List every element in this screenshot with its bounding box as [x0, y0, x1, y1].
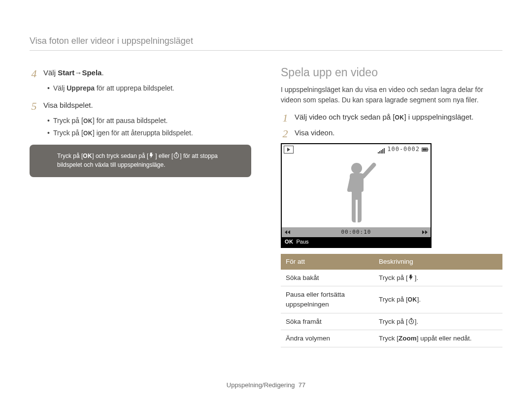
text: Välj video och tryck sedan på [: [295, 113, 395, 121]
table-cell: Söka bakåt: [281, 270, 374, 286]
ok-icon: OK: [395, 114, 404, 122]
ok-icon: OK: [83, 129, 93, 138]
table-row: Pausa eller fortsätta uppspelningenTryck…: [281, 286, 502, 313]
text: Tryck på [: [57, 153, 83, 159]
page-header: Visa foton eller videor i uppspelningslä…: [30, 34, 502, 51]
text: Tryck på [: [53, 117, 83, 124]
video-preview: 100-0002 00:00:10: [281, 143, 432, 248]
text: för att upprepa bildspelet.: [95, 84, 174, 92]
controls-table: För att Beskrivning Söka bakåtTryck på […: [281, 254, 502, 347]
text: ] eller [: [155, 153, 173, 159]
bold-text: Upprepa: [66, 84, 95, 92]
table-row: Söka bakåtTryck på [].: [281, 270, 502, 286]
play-mode-icon: [284, 146, 294, 154]
page-footer: Uppspelning/Redigering 77: [0, 381, 532, 390]
signal-icon: [378, 145, 385, 154]
table-cell: Tryck på [].: [374, 270, 502, 286]
video-canvas: [282, 154, 431, 227]
table-header: För att: [281, 254, 374, 270]
table-row: Ändra volymenTryck [Zoom] uppåt eller ne…: [281, 330, 502, 347]
step-number: 5: [30, 100, 38, 112]
table-cell: Söka framåt: [281, 313, 374, 330]
counter-label: 100-0002: [387, 145, 420, 154]
step-5: 5 Visa bildspelet.: [30, 100, 251, 112]
text: Välj: [53, 84, 66, 92]
footer-label: Uppspelning/Redigering: [227, 381, 295, 389]
ok-icon: OK: [83, 117, 93, 125]
text: Välj: [43, 68, 58, 77]
table-header: Beskrivning: [374, 254, 502, 270]
list-item: Välj Upprepa för att upprepa bildspelet.: [47, 83, 251, 93]
svg-rect-2: [423, 148, 427, 151]
video-status-bar: 100-0002: [282, 144, 431, 154]
timecode: 00:00:10: [341, 228, 371, 236]
step-number: 2: [281, 127, 290, 139]
page-number: 77: [299, 381, 305, 389]
list-item: Tryck på [OK] för att pausa bildspelet.: [47, 116, 251, 125]
table-row: Söka framåtTryck på [].: [281, 313, 502, 330]
battery-icon: [422, 146, 429, 153]
flash-icon: [408, 274, 415, 281]
ok-icon: OK: [83, 152, 92, 160]
text: ] för att pausa bildspelet.: [93, 117, 168, 124]
left-column: 4 Välj Start → Spela. Välj Upprepa för a…: [30, 64, 251, 347]
forward-icon: [422, 230, 428, 234]
timer-icon: [408, 318, 415, 325]
step-number: 4: [30, 67, 38, 79]
step-number: 1: [281, 112, 290, 123]
table-cell: Ändra volymen: [281, 330, 374, 347]
section-intro: I uppspelningsläget kan du visa en video…: [281, 85, 502, 105]
step-text: Visa videon.: [295, 127, 502, 139]
text: ] i uppspelningsläget.: [404, 113, 473, 121]
pause-label: Paus: [297, 238, 309, 246]
step-2: 2 Visa videon.: [281, 127, 502, 139]
step-text: Välj Start → Spela.: [43, 67, 251, 79]
ok-icon: OK: [408, 296, 417, 304]
text: ] och tryck sedan på [: [92, 153, 148, 159]
step-1: 1 Välj video och tryck sedan på [OK] i u…: [281, 112, 502, 123]
svg-rect-3: [428, 149, 428, 151]
ok-icon: OK: [285, 238, 294, 246]
video-footer: OK Paus: [282, 237, 431, 247]
step-text: Välj video och tryck sedan på [OK] i upp…: [295, 112, 502, 123]
flash-icon: [148, 152, 155, 159]
step-5-bullets: Tryck på [OK] för att pausa bildspelet. …: [47, 116, 251, 138]
list-item: Tryck på [OK] igen för att återuppta bil…: [47, 128, 251, 138]
step-text: Visa bildspelet.: [43, 100, 251, 112]
text: Tryck på [: [53, 129, 83, 137]
note-box: Tryck på [OK] och tryck sedan på [] elle…: [30, 145, 251, 177]
person-silhouette-icon: [334, 158, 378, 227]
svg-point-4: [351, 163, 362, 174]
bold-text: Spela: [82, 68, 101, 77]
bold-text: Start: [58, 68, 74, 77]
rewind-icon: [285, 230, 290, 234]
arrow-icon: →: [74, 67, 82, 78]
text: .: [101, 68, 103, 77]
table-cell: Pausa eller fortsätta uppspelningen: [281, 286, 374, 313]
right-column: Spela upp en video I uppspelningsläget k…: [281, 64, 502, 347]
table-cell: Tryck [Zoom] uppåt eller nedåt.: [374, 330, 502, 347]
text: ] igen för att återuppta bildspelet.: [93, 129, 193, 137]
step-4-bullets: Välj Upprepa för att upprepa bildspelet.: [47, 83, 251, 93]
table-cell: Tryck på [].: [374, 313, 502, 330]
video-progress-bar: 00:00:10: [282, 227, 431, 237]
step-4: 4 Välj Start → Spela.: [30, 67, 251, 79]
timer-icon: [173, 152, 180, 159]
table-cell: Tryck på [OK].: [374, 286, 502, 313]
section-title: Spela upp en video: [281, 64, 502, 81]
